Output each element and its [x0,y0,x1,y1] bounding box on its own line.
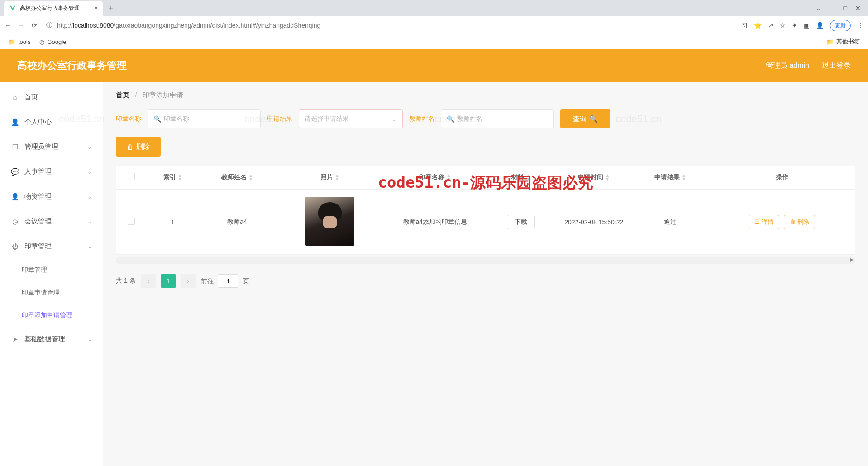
sidebar-item-label: 基础数据管理 [24,335,65,343]
close-tab-icon[interactable]: × [95,5,98,11]
batch-delete-button[interactable]: 🗑 删除 [116,137,161,157]
sidebar-item-hr[interactable]: 💬 人事管理 ⌄ [0,159,103,184]
download-button[interactable]: 下载 [507,215,535,229]
search-icon: 🔍 [447,115,454,123]
page-jump-input[interactable] [218,274,238,288]
layout: ⌂ 首页 👤 个人中心 ❐ 管理员管理 ⌄ 💬 人事管理 ⌄ 👤 物资管理 ⌄ … [0,82,868,466]
sidebar-item-label: 首页 [24,93,38,101]
sidebar-item-meeting[interactable]: ◷ 会议管理 ⌄ [0,209,103,234]
placeholder-text: 请选择申请结果 [305,115,349,123]
sidebar-sub-seal-add-apply[interactable]: 印章添加申请管理 [0,304,103,327]
chat-icon: 💬 [11,168,19,176]
sidebar-item-material[interactable]: 👤 物资管理 ⌄ [0,184,103,209]
horizontal-scrollbar[interactable] [116,257,855,264]
placeholder-text: 教师姓名 [457,115,482,123]
minimize-icon[interactable]: — [829,5,835,12]
search-row: 印章名称 🔍 印章名称 申请结果 请选择申请结果 ⌄ 教师姓名 🔍 教师姓名 查… [116,109,855,128]
sidebar-item-label: 物资管理 [24,192,52,201]
detail-button[interactable]: ☰详情 [749,215,779,229]
logout-link[interactable]: 退出登录 [822,61,851,71]
col-index[interactable]: 索引▲▼ [147,166,199,189]
app-title: 高校办公室行政事务管理 [17,59,127,72]
extensions-icon[interactable]: ✦ [792,22,797,29]
folder-icon: 📁 [826,38,834,45]
prev-page-button[interactable]: ‹ [141,274,156,288]
chevron-down-icon: ⌄ [391,115,397,123]
cell-seal-name: 教师a4添加的印章信息 [384,189,486,255]
apply-result-select[interactable]: 请选择申请结果 ⌄ [299,109,403,128]
cell-photo [275,189,384,255]
reload-icon[interactable]: ⟳ [32,22,37,29]
header-right: 管理员 admin 退出登录 [766,61,851,71]
row-checkbox[interactable] [128,218,135,225]
home-icon: ⌂ [11,93,19,101]
col-material[interactable]: 材料▲▼ [486,166,556,189]
url-input[interactable]: ⓘ http://localhost:8080/gaoxiaobangongxi… [43,19,736,31]
col-teacher[interactable]: 教师姓名▲▼ [199,166,276,189]
table-header-row: 索引▲▼ 教师姓名▲▼ 照片▲▼ 印章名称▲▼ 材料▲▼ 申请时间▲▼ 申请结果… [116,166,855,189]
seal-name-input[interactable]: 🔍 印章名称 [148,109,261,128]
tab-title: 高校办公室行政事务管理 [20,5,80,12]
key-icon[interactable]: ⚿ [741,22,748,29]
power-icon: ⏻ [11,243,19,250]
sidebar-item-basedata[interactable]: ➤ 基础数据管理 ⌄ [0,327,103,352]
translate-icon[interactable]: ⭐ [754,22,762,29]
forward-icon[interactable]: → [18,22,24,29]
cell-apply-time: 2022-02-08 15:50:22 [556,189,632,255]
col-checkbox [116,166,147,189]
col-apply-time[interactable]: 申请时间▲▼ [556,166,632,189]
url-text: http://localhost:8080/gaoxiaobangongxing… [57,22,320,29]
user-label[interactable]: 管理员 admin [766,61,809,71]
sidebar-item-seal[interactable]: ⏻ 印章管理 ⌄ [0,234,103,259]
sidebar-sub-seal-apply[interactable]: 印章申请管理 [0,281,103,304]
avatar[interactable] [305,197,354,246]
select-all-checkbox[interactable] [128,173,135,180]
sidebar-item-profile[interactable]: 👤 个人中心 [0,109,103,134]
update-button[interactable]: 更新 [830,20,851,31]
query-button[interactable]: 查询 🔍 [560,109,610,128]
sidebar-sub-seal-manage[interactable]: 印章管理 [0,259,103,281]
browser-chrome: 高校办公室行政事务管理 × + ⌄ — □ ✕ ← → ⟳ ⓘ http://l… [0,0,868,49]
breadcrumb-home[interactable]: 首页 [116,91,129,99]
next-page-button[interactable]: › [181,274,196,288]
col-photo[interactable]: 照片▲▼ [275,166,384,189]
sidebar-item-label: 管理员管理 [24,143,58,151]
col-seal-name[interactable]: 印章名称▲▼ [384,166,486,189]
bookmark-google[interactable]: ◎Google [39,38,66,45]
close-window-icon[interactable]: ✕ [855,5,861,12]
dropdown-icon[interactable]: ⌄ [816,5,821,12]
new-tab-button[interactable]: + [103,4,119,13]
row-delete-button[interactable]: 🗑删除 [784,215,815,229]
cell-actions: ☰详情 🗑删除 [708,189,855,255]
button-label: 查询 [573,115,587,124]
profile-icon[interactable]: 👤 [816,22,824,29]
site-info-icon[interactable]: ⓘ [46,21,53,29]
sidebar-item-label: 会议管理 [24,217,52,226]
chevron-down-icon: ⌄ [87,243,92,250]
trash-icon: 🗑 [127,143,134,151]
search-icon: 🔍 [153,115,161,123]
share-icon[interactable]: ↗ [768,22,773,29]
col-actions: 操作 [708,166,855,189]
back-icon[interactable]: ← [5,22,11,29]
menu-icon[interactable]: ⋮ [857,22,863,29]
toolbar: 🗑 删除 [116,137,855,157]
chevron-down-icon: ⌄ [87,144,92,150]
browser-tab[interactable]: 高校办公室行政事务管理 × [4,1,103,16]
col-apply-result[interactable]: 申请结果▲▼ [632,166,709,189]
sidebar-item-admin[interactable]: ❐ 管理员管理 ⌄ [0,134,103,159]
page-jump: 前往 页 [201,274,250,288]
panel-icon[interactable]: ▣ [804,22,810,29]
bookmark-icon[interactable]: ☆ [780,22,786,29]
maximize-icon[interactable]: □ [844,5,847,12]
search-icon: 🔍 [589,115,598,123]
bookmark-tools[interactable]: 📁tools [8,38,30,45]
google-icon: ◎ [39,38,44,45]
sidebar-item-home[interactable]: ⌂ 首页 [0,85,103,109]
bookmark-other[interactable]: 📁其他书签 [826,38,860,46]
teacher-name-input[interactable]: 🔍 教师姓名 [441,109,554,128]
teacher-name-label: 教师姓名 [409,115,434,123]
sort-icon: ▲▼ [605,174,610,181]
page-number-current[interactable]: 1 [161,274,176,288]
breadcrumb-separator: / [135,91,137,99]
